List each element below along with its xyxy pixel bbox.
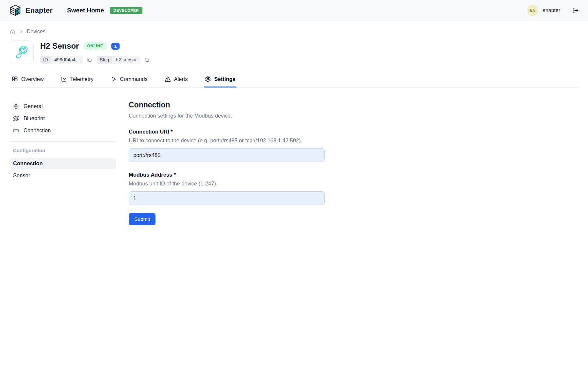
copy-slug-button[interactable] — [144, 56, 150, 63]
tab-overview[interactable]: Overview — [11, 74, 45, 87]
user-avatar[interactable]: EN — [527, 5, 538, 16]
connection-uri-input[interactable] — [129, 148, 325, 162]
enapter-logo-icon — [9, 4, 22, 17]
id-chip-value: 499d04a4... — [51, 56, 83, 64]
form-title: Connection — [129, 101, 325, 109]
sidebar-item-blueprint[interactable]: Blueprint — [10, 113, 116, 124]
slug-chip-label: Slug — [97, 56, 112, 64]
connection-uri-label: Connection URI * — [129, 129, 325, 135]
gauge-sensor-icon — [13, 44, 31, 61]
tab-label: Commands — [120, 76, 147, 82]
device-header: H2 Sensor ONLINE 1 ID 499d04a4... — [10, 40, 578, 64]
copy-icon — [144, 57, 150, 62]
brand-name: Enapter — [25, 6, 53, 15]
modbus-address-help: Modbus unit ID of the device (1-247). — [129, 181, 325, 187]
gear-icon — [205, 76, 211, 82]
chart-line-icon — [61, 76, 67, 82]
tab-alerts[interactable]: Alerts — [164, 74, 189, 87]
submit-button[interactable]: Submit — [129, 213, 155, 225]
id-chip-label: ID — [40, 56, 51, 64]
workspace-name: Sweet Home — [67, 7, 104, 14]
sidebar-item-general[interactable]: General — [10, 101, 116, 112]
status-badge: ONLINE — [84, 42, 107, 50]
sidebar-item-label: Connection — [24, 127, 51, 134]
grid-icon — [12, 76, 18, 82]
enapter-brand[interactable]: Enapter — [9, 4, 53, 17]
slug-chip-value: h2-sensor — [112, 56, 140, 64]
username: enapter — [543, 8, 560, 13]
tab-label: Overview — [21, 76, 44, 82]
breadcrumb-devices-link[interactable]: Devices — [27, 29, 45, 35]
sidebar-item-label: Connection — [13, 160, 43, 167]
chevron-right-icon — [19, 29, 24, 34]
tab-label: Alerts — [174, 76, 188, 82]
logout-icon — [572, 7, 579, 14]
tab-label: Telemetry — [70, 76, 94, 82]
device-avatar — [10, 40, 34, 64]
device-title: H2 Sensor — [40, 41, 79, 51]
sidebar-item-label: General — [24, 103, 43, 109]
copy-id-button[interactable] — [86, 56, 93, 63]
pencil-ruler-icon — [13, 116, 19, 121]
settings-form: Connection Connection settings for the M… — [129, 101, 325, 225]
device-id-chip: ID 499d04a4... — [40, 56, 83, 64]
play-icon — [110, 76, 117, 82]
gear-icon — [13, 103, 19, 109]
port-icon — [13, 128, 19, 134]
sidebar-item-label: Sensor — [13, 172, 30, 179]
logout-button[interactable] — [572, 7, 579, 14]
alert-triangle-icon — [165, 76, 171, 82]
device-tabs: Overview Telemetry Commands — [10, 74, 578, 88]
tab-label: Settings — [214, 76, 236, 82]
app-header: Enapter Sweet Home DEVELOPER EN enapter — [0, 0, 588, 21]
modbus-address-input[interactable] — [129, 191, 325, 205]
breadcrumb: Devices — [10, 29, 578, 35]
settings-sidebar: General Blueprint — [10, 101, 116, 225]
copy-icon — [87, 57, 92, 62]
form-description: Connection settings for the Modbus devic… — [129, 113, 325, 119]
home-icon[interactable] — [10, 29, 15, 35]
tab-telemetry[interactable]: Telemetry — [60, 74, 95, 87]
connection-uri-help: URI to connect to the device (e.g. port:… — [129, 137, 325, 144]
alert-count-badge[interactable]: 1 — [111, 43, 120, 50]
modbus-address-label: Modbus Address * — [129, 172, 325, 178]
avatar-initials: EN — [530, 8, 535, 13]
sidebar-divider — [10, 141, 116, 142]
tab-commands[interactable]: Commands — [109, 74, 148, 87]
sidebar-item-config-connection[interactable]: Connection — [10, 158, 116, 169]
sidebar-item-connection[interactable]: Connection — [10, 125, 116, 136]
device-slug-chip: Slug h2-sensor — [97, 56, 140, 64]
tab-settings[interactable]: Settings — [204, 74, 237, 87]
sidebar-item-config-sensor[interactable]: Sensor — [10, 170, 116, 181]
sidebar-item-label: Blueprint — [24, 115, 45, 121]
developer-badge: DEVELOPER — [110, 7, 142, 14]
sidebar-section-label: Configuration — [10, 148, 116, 153]
